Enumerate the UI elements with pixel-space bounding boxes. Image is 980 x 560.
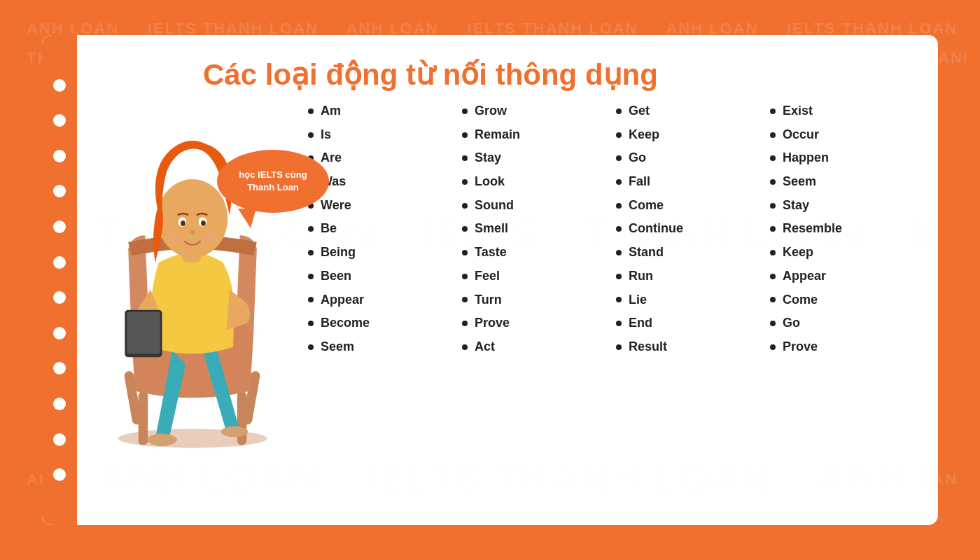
list-item: Sound (462, 195, 602, 216)
list-item: Feel (462, 266, 602, 287)
bullet-icon (462, 274, 468, 279)
list-item: Look (462, 172, 602, 192)
dots-bar (42, 35, 77, 525)
bullet-icon (616, 155, 622, 161)
bullet-icon (462, 179, 468, 185)
dot-6 (53, 256, 66, 269)
bullet-icon (462, 155, 468, 161)
list-item: Continue (616, 218, 756, 239)
bullet-icon (308, 226, 314, 232)
svg-point-13 (181, 220, 186, 226)
bullet-icon (308, 297, 314, 302)
bullet-icon (616, 179, 622, 185)
list-item: Become (308, 313, 448, 334)
bullet-icon (462, 297, 468, 302)
list-item: Result (616, 337, 756, 358)
dot-7 (53, 291, 66, 304)
dot-2 (53, 114, 66, 127)
word-column-3: Get Keep Go Fall Come Continue Stand Run… (609, 101, 763, 511)
list-item: Lie (616, 290, 756, 311)
list-item: Am (308, 101, 448, 122)
bullet-icon (616, 108, 622, 114)
list-item: Stand (616, 242, 756, 263)
bullet-icon (616, 132, 622, 138)
list-item: Run (616, 266, 756, 287)
bullet-icon (616, 274, 622, 279)
list-item: Is (308, 125, 448, 146)
dot-1 (53, 79, 66, 92)
list-item: Taste (462, 242, 602, 263)
bullet-icon (462, 108, 468, 114)
bullet-icon (770, 297, 776, 302)
bullet-icon (616, 321, 622, 326)
list-item: Seem (308, 337, 448, 358)
speech-bubble: học IELTS cùng Thanh Loan (217, 150, 329, 213)
bullet-icon (462, 344, 468, 350)
list-item: Appear (308, 290, 448, 311)
list-item: Turn (462, 290, 602, 311)
list-item: Be (308, 218, 448, 239)
bullet-icon (770, 132, 776, 138)
word-lists: Am Is Are Was Were Be Being Been Appear … (294, 101, 917, 511)
list-item: Keep (616, 125, 756, 146)
svg-point-17 (203, 232, 216, 242)
list-item: Stay (462, 148, 602, 169)
bullet-icon (770, 203, 776, 209)
list-item: Been (308, 266, 448, 287)
list-item: Occur (770, 125, 910, 146)
bullet-icon (770, 226, 776, 232)
dot-4 (53, 185, 66, 197)
bullet-icon (770, 250, 776, 255)
bullet-icon (308, 321, 314, 326)
outer-frame: ANH LOAN IELTS THANH LOAN ANH LOAN IELTS… (14, 14, 966, 546)
bullet-icon (308, 108, 314, 114)
list-item: Come (770, 290, 910, 311)
bullet-icon (616, 203, 622, 209)
dot-10 (53, 398, 66, 410)
page-title: Các loại động từ nối thông dụng (203, 59, 658, 91)
list-item: Go (616, 148, 756, 169)
word-column-4: Exist Occur Happen Seem Stay Resemble Ke… (763, 101, 917, 511)
bullet-icon (616, 250, 622, 255)
bullet-icon (770, 274, 776, 279)
bullet-icon (462, 250, 468, 255)
bullet-icon (770, 179, 776, 185)
list-item: Were (308, 195, 448, 216)
dot-12 (53, 468, 66, 481)
bullet-icon (770, 321, 776, 326)
svg-point-6 (221, 426, 248, 437)
list-item: Are (308, 148, 448, 169)
bullet-icon (616, 344, 622, 350)
main-content: ANH LOAN IELTS THANH LOAN ANH LOAN IELTS… (77, 35, 938, 525)
dot-11 (53, 433, 66, 446)
dot-3 (53, 150, 66, 162)
svg-rect-8 (127, 312, 160, 354)
word-column-1: Am Is Are Was Were Be Being Been Appear … (301, 101, 455, 511)
word-column-2: Grow Remain Stay Look Sound Smell Taste … (455, 101, 609, 511)
svg-point-16 (169, 232, 182, 242)
list-item: Prove (462, 313, 602, 334)
list-item: Remain (462, 125, 602, 146)
speech-bubble-text: học IELTS cùng Thanh Loan (239, 169, 307, 194)
bullet-icon (308, 274, 314, 279)
dot-8 (53, 327, 66, 340)
list-item: Fall (616, 172, 756, 192)
dot-5 (53, 220, 66, 233)
bullet-icon (616, 226, 622, 232)
list-item: Was (308, 172, 448, 192)
svg-point-15 (190, 230, 195, 234)
svg-point-14 (201, 220, 206, 226)
list-item: Happen (770, 148, 910, 169)
list-item: Grow (462, 101, 602, 122)
bullet-icon (308, 132, 314, 138)
list-item: Being (308, 242, 448, 263)
list-item: End (616, 313, 756, 334)
bullet-icon (308, 344, 314, 350)
dot-9 (53, 362, 66, 374)
bullet-icon (770, 344, 776, 350)
list-item: Appear (770, 266, 910, 287)
bullet-icon (770, 155, 776, 161)
svg-point-10 (158, 179, 228, 258)
list-item: Resemble (770, 218, 910, 239)
list-item: Keep (770, 242, 910, 263)
